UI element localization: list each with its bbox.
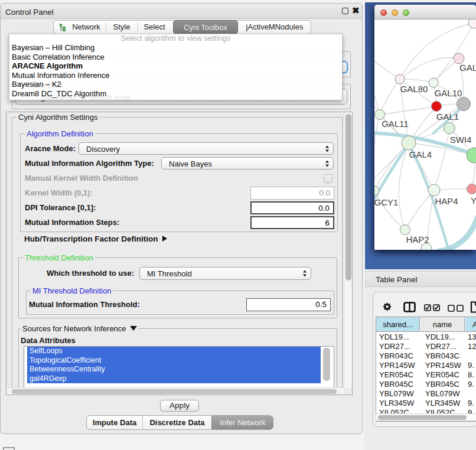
network-node-gal10[interactable] [429, 78, 438, 87]
network-edge[interactable] [380, 79, 400, 115]
manual-kernel-checkbox[interactable] [324, 174, 332, 183]
data-attributes-list[interactable]: SelfLoopsTopologicalCoefficientBetweenne… [24, 346, 334, 388]
network-node-y[interactable] [467, 184, 476, 194]
settings-horizontal-scrollbar[interactable] [6, 387, 344, 394]
network-node-gal80[interactable] [395, 74, 405, 84]
network-edge[interactable] [380, 106, 436, 115]
network-node-gal1[interactable] [432, 102, 442, 112]
table-cell[interactable]: YDR27... [425, 342, 464, 351]
table-cell[interactable]: YDL19... [379, 332, 419, 342]
table-row[interactable]: YPR145WYPR145W9. [376, 361, 476, 370]
table-cell[interactable]: YBL079W [425, 389, 464, 399]
table-cell[interactable]: YBR043C [425, 351, 464, 361]
zoom-traffic-light[interactable] [403, 9, 409, 16]
table-cell[interactable]: 8. [468, 370, 476, 380]
table-cell[interactable]: YBL079W [379, 389, 419, 399]
mi-steps-field[interactable]: 6 [250, 216, 334, 229]
kernel-width-field[interactable]: 0.0 [250, 187, 334, 200]
table-cell[interactable]: YLR345W [379, 399, 419, 408]
table-cell[interactable]: YBR043C [379, 351, 419, 361]
aracne-mode-combobox[interactable]: Discovery [79, 142, 334, 155]
tab-network[interactable]: Network [68, 21, 105, 34]
tab-impute-data[interactable]: Impute Data [87, 416, 142, 429]
gear-icon[interactable] [383, 302, 392, 311]
close-traffic-light[interactable] [380, 9, 387, 16]
tab-cyni-toolbox[interactable]: Cyni Toolbox [173, 20, 238, 34]
network-node-swi4[interactable] [444, 123, 455, 134]
network-canvas[interactable]: GALGAL80GAL10GAL1GAL11SWI4GAL4GCY1HAP4YH… [374, 19, 476, 250]
table-panel-titlebar[interactable]: Table Panel [364, 271, 476, 287]
column-header-shared-name[interactable]: shared... [376, 317, 420, 332]
network-edge[interactable] [433, 23, 474, 83]
table-cell[interactable]: YBR045C [425, 380, 464, 389]
network-edge[interactable] [400, 79, 433, 83]
column-header-third[interactable]: A [465, 317, 476, 332]
table-cell[interactable] [468, 351, 476, 361]
unchecked-boxes-icon[interactable] [448, 305, 464, 312]
split-columns-icon[interactable] [403, 302, 416, 312]
checked-boxes-icon[interactable] [424, 304, 441, 311]
page-icon[interactable] [470, 301, 476, 313]
mi-type-combobox[interactable]: Naive Bayes [161, 157, 334, 169]
which-threshold-combobox[interactable]: MI Threshold [139, 267, 311, 280]
mi-threshold-field[interactable]: 0.5 [246, 298, 331, 311]
attribute-list-item[interactable]: TopologicalCoefficient [27, 356, 321, 366]
sources-toggle[interactable]: Sources for Network Inference [21, 324, 139, 333]
column-header-name[interactable]: name [420, 317, 465, 332]
table-cell[interactable]: 9. [468, 361, 476, 370]
table-cell[interactable]: YBR045C [379, 380, 419, 389]
settings-horizontal-scrollbar-thumb[interactable] [12, 389, 337, 394]
network-node-gal11[interactable] [375, 110, 385, 120]
popup-item[interactable]: Bayesian – K2 [12, 80, 342, 89]
node-table[interactable]: shared... name A YDL19...YDL19...13YDR27… [376, 317, 476, 422]
table-cell[interactable]: YPR145W [425, 361, 464, 370]
bottom-left-partial-box[interactable] [3, 447, 15, 450]
attribute-list-item[interactable]: BetweennessCentrality [27, 365, 321, 374]
dpi-tolerance-field[interactable]: 0.0 [250, 201, 334, 214]
table-cell[interactable]: YLR345W [425, 399, 464, 408]
tab-style[interactable]: Style [106, 21, 137, 34]
table-cell[interactable]: YER054C [379, 370, 419, 380]
network-edge[interactable] [374, 55, 400, 79]
tab-discretize-data[interactable]: Discretize Data [143, 416, 211, 429]
popup-item[interactable]: Dream8 DC_TDC Algorithm [12, 89, 342, 99]
float-icon[interactable] [342, 8, 348, 14]
tab-jactivemnodules[interactable]: jActiveMNodules [239, 21, 310, 34]
table-row[interactable]: YDR27...YDR27...12 [376, 342, 476, 351]
table-cell[interactable]: YDR27... [379, 342, 419, 351]
attribute-list-item[interactable]: gal4RGexp [27, 374, 321, 384]
table-row[interactable]: YER054CYER054C8. [376, 370, 476, 380]
network-node-hap4[interactable] [428, 184, 440, 196]
table-cell[interactable]: 9. [468, 380, 476, 389]
minimize-traffic-light[interactable] [392, 9, 398, 16]
table-row[interactable]: YLR345WYLR345W9. [376, 399, 476, 408]
popup-item[interactable]: Bayesian – Hill Climbing [12, 43, 342, 53]
tab-infer-network[interactable]: Infer Network [211, 416, 273, 429]
network-node[interactable] [457, 97, 471, 111]
table-row[interactable]: YBL079WYBL079W [376, 389, 476, 399]
attributes-list-scrollbar-thumb[interactable] [323, 348, 330, 381]
close-icon[interactable]: ✖ [352, 5, 360, 16]
table-horizontal-scrollbar-thumb[interactable] [378, 415, 467, 420]
table-cell[interactable]: YER054C [425, 370, 464, 380]
table-cell[interactable]: 12 [468, 342, 476, 351]
table-cell[interactable]: 9. [468, 399, 476, 408]
control-panel-titlebar[interactable]: Control Panel ✖ [1, 4, 362, 19]
table-row[interactable]: YDL19...YDL19...13 [376, 332, 476, 342]
table-horizontal-scrollbar[interactable] [376, 413, 476, 421]
apply-button[interactable]: Apply [160, 400, 199, 412]
table-row[interactable]: YBR043CYBR043C [376, 351, 476, 361]
network-edge[interactable] [434, 128, 449, 190]
table-cell[interactable]: 13 [468, 332, 476, 342]
hub-definition-toggle[interactable]: Hub/Transcription Factor Definition [24, 234, 167, 243]
network-edge[interactable] [374, 191, 405, 230]
table-cell[interactable]: YPR145W [379, 361, 419, 370]
network-node[interactable] [468, 19, 476, 28]
attribute-list-item[interactable]: SelfLoops [27, 347, 321, 356]
table-row[interactable]: YBR045CYBR045C9. [376, 380, 476, 389]
tab-select[interactable]: Select [138, 21, 171, 34]
network-node-hap2[interactable] [400, 225, 410, 235]
network-node-gal4[interactable] [402, 136, 416, 150]
network-node[interactable] [467, 148, 476, 163]
popup-item[interactable]: Basic Correlation Inference [12, 53, 342, 62]
